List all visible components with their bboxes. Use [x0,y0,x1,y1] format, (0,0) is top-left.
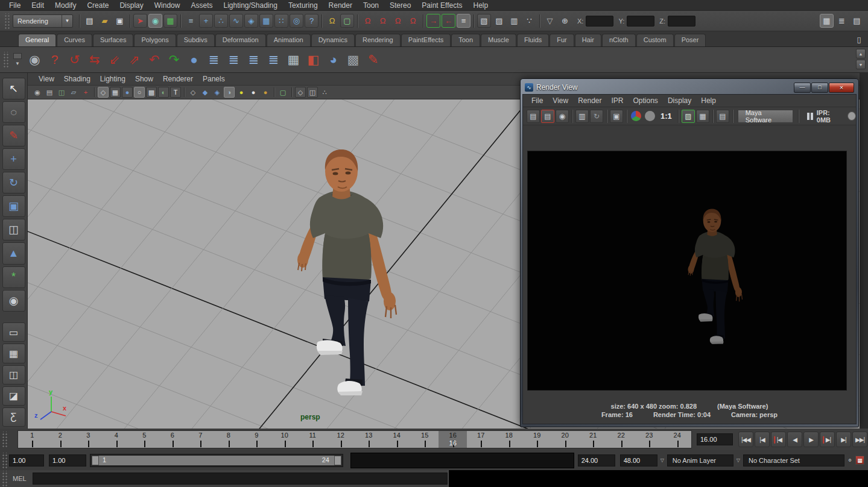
shelf-tab-subdivs[interactable]: Subdivs [177,34,215,46]
timeline-frame-9[interactable]: 9 [242,431,271,448]
add-camera-target-icon[interactable]: + [80,87,91,98]
rgb-channels-icon[interactable] [631,111,641,121]
timeline-frame-21[interactable]: 21 [579,431,607,448]
refresh-ipr-icon[interactable]: ↻ [590,110,603,123]
shelf-tab-curves[interactable]: Curves [57,34,92,46]
timeline-frame-15[interactable]: 15 [411,431,439,448]
render-current-frame-icon[interactable]: ▨ [492,14,506,28]
bookmarks-icon[interactable]: ◫ [56,87,67,98]
mask-handles-icon[interactable]: + [199,14,213,28]
chevron-down-icon[interactable]: ▽ [661,457,664,463]
menu-toon[interactable]: Toon [358,1,384,10]
selection-mask-menu-icon[interactable]: ≡ [184,14,198,28]
checker-sphere-icon[interactable]: ◑ [224,87,235,98]
render-view-menu-display[interactable]: Display [663,96,696,105]
redo-previous-render-icon[interactable]: ▤ [541,110,554,123]
camera-attributes-icon[interactable]: ▤ [44,87,55,98]
save-scene-icon[interactable]: ▣ [113,14,127,28]
render-view-menu-render[interactable]: Render [573,96,606,105]
timeline-frame-20[interactable]: 20 [551,431,579,448]
shelf-menu-button[interactable]: ▼ [10,49,25,70]
mask-dynamics-icon[interactable]: ∷ [274,14,288,28]
step-back-key-button[interactable]: ▎|◀ [771,432,786,447]
wire-cube-icon[interactable]: ◇ [188,87,198,98]
render-view-menu-file[interactable]: File [527,96,548,105]
timeline-frame-5[interactable]: 5 [130,431,159,448]
timeline-frame-10[interactable]: 10 [270,431,299,448]
render-frame-icon[interactable]: ▤ [527,110,540,123]
dragon-hypergraph-button[interactable]: Ƹ [2,407,25,427]
shaded-cube-icon[interactable]: ◆ [200,87,211,98]
animation-end-field[interactable] [620,454,657,467]
maximize-button[interactable]: □ [811,83,828,93]
mel-command-input[interactable] [33,473,448,485]
zoom-one-to-one-label[interactable]: 1:1 [661,112,672,121]
redo-icon[interactable]: ↷ [164,49,184,71]
shelf-tab-ncloth[interactable]: nCloth [602,34,636,46]
ipr-render-frame-icon[interactable]: ▥ [575,110,589,123]
rotate-tool[interactable]: ↻ [2,172,25,193]
mask-curves-icon[interactable]: ∿ [229,14,243,28]
gold-light-icon[interactable]: ● [260,87,271,98]
sphere-display-icon[interactable]: ● [122,87,133,98]
snap-curve-magnet-icon[interactable]: Ω [376,14,390,28]
mask-misc-icon[interactable]: ? [305,14,318,28]
go-to-start-button[interactable]: |◀◀ [738,432,753,447]
shelf-grip[interactable] [2,52,9,68]
select-object-icon[interactable]: ◉ [148,14,162,28]
plain-cube-icon[interactable]: ◇ [295,87,306,98]
lock-selection-icon[interactable]: Ω [325,14,339,28]
character-model[interactable] [280,143,401,403]
play-forwards-button[interactable]: ▶ [803,432,819,447]
shelf-tab-muscle[interactable]: Muscle [481,34,516,46]
auto-keyframe-icon[interactable]: ⚬ [847,456,853,465]
trash-icon[interactable]: ▯ [854,34,864,45]
range-slider-bar[interactable] [92,456,334,465]
shelf-tab-deformation[interactable]: Deformation [215,34,266,46]
menu-file[interactable]: File [4,1,26,10]
shelf-tab-toon[interactable]: Toon [451,34,480,46]
xray-display-icon[interactable]: ▩ [146,87,157,98]
cluster-icon-1[interactable]: ≣ [204,49,224,71]
tumble-camera-icon[interactable]: ↺ [65,49,84,71]
duplicate-object-icon[interactable]: ◧ [303,49,323,71]
timeline-frame-14[interactable]: 14 [382,431,411,448]
shelf-tab-fluids[interactable]: Fluids [517,34,549,46]
shelf-tab-painteffects[interactable]: PaintEffects [401,34,451,46]
play-backwards-button[interactable]: ◀ [787,432,802,447]
shelf-scroll-up-icon[interactable]: ▲ [856,49,866,58]
attribute-editor-toggle-icon[interactable]: ▤ [850,14,864,28]
cube-group-icon[interactable]: ▩ [343,49,363,71]
character-set-selector[interactable]: No Character Set [743,454,844,467]
timeline-frame-1[interactable]: 1 [18,431,46,448]
select-component-icon[interactable]: ▦ [163,14,177,28]
anim-layer-selector[interactable]: No Anim Layer [667,454,733,467]
tool-settings-toggle-icon[interactable]: ≣ [835,14,849,28]
chevron-down-icon[interactable]: ▼ [62,15,72,27]
range-slider[interactable]: 1 24 [90,454,343,467]
shelf-tab-animation[interactable]: Animation [267,34,311,46]
paint-brush-icon[interactable]: ✎ [363,49,383,71]
timeline-frame-2[interactable]: 2 [46,431,74,448]
track-camera-icon[interactable]: ⇆ [84,49,104,71]
timeline-frame-24[interactable]: 24 [663,431,691,448]
menu-display[interactable]: Display [114,1,148,10]
help-line-icon[interactable]: ? [45,49,65,71]
keep-image-icon[interactable]: ▦ [696,110,709,123]
panel-menu-show[interactable]: Show [130,74,158,84]
menu-render[interactable]: Render [323,1,358,10]
timeline-frame-7[interactable]: 7 [186,431,215,448]
range-end-handle[interactable] [334,456,341,465]
mask-joints-icon[interactable]: ∴ [214,14,228,28]
playback-start-field[interactable] [49,454,86,467]
open-scene-icon[interactable]: ▰ [98,14,112,28]
animation-start-field[interactable] [9,454,44,467]
region-render-icon[interactable]: ▣ [610,110,623,123]
select-tool[interactable]: ↖ [2,78,25,99]
texture-display-icon[interactable]: T [170,87,181,98]
film-reel-icon[interactable]: ◉ [25,49,45,71]
shelf-tab-custom[interactable]: Custom [636,34,674,46]
open-render-view-icon[interactable]: ▧ [477,14,491,28]
render-settings-icon[interactable]: ∵ [522,14,536,28]
render-settings-dialog-icon[interactable]: ▨ [682,110,695,123]
